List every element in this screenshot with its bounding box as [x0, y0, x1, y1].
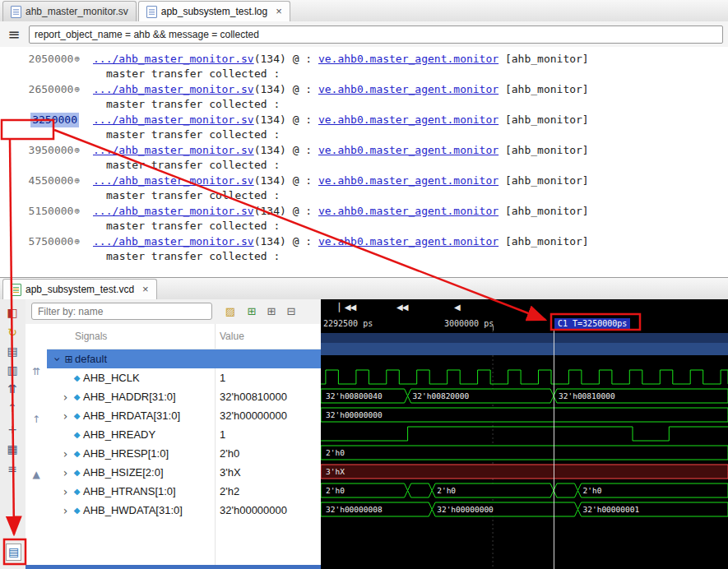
timestamp-value[interactable]: 5750000: [29, 234, 74, 249]
wave-row-AHB_HADDR[interactable]: 32'h0080004032'h0082000032'h00810000: [321, 389, 728, 403]
file-link[interactable]: .../ahb_master_monitor.sv: [93, 113, 254, 126]
expand-icon[interactable]: ⊕: [74, 82, 80, 97]
signal-row-ahb-hwdata[interactable]: › ◆ AHB_HWDATA[31:0] 32'h00000000: [47, 501, 321, 520]
wave-timeline[interactable]: 2292500 ps 3000000 ps C1 T=3250000ps: [321, 317, 728, 331]
scope-link[interactable]: ve.ahb0.master_agent.monitor: [318, 174, 498, 187]
file-link[interactable]: .../ahb_master_monitor.sv: [93, 53, 254, 65]
add-signal-icon[interactable]: ⊞: [244, 304, 259, 319]
timestamp-value[interactable]: 2050000: [29, 52, 74, 67]
timestamp-value-selected[interactable]: 3250000: [30, 113, 79, 127]
signal-row-ahb-hsize[interactable]: › ◆ AHB_HSIZE[2:0] 3'hX: [47, 463, 321, 482]
signal-value: 1: [220, 428, 225, 441]
go-to-start-icon[interactable]: ▏◀◀: [339, 303, 355, 312]
link-to-log-icon[interactable]: ▤: [6, 544, 21, 561]
timestamp-value[interactable]: 5150000: [29, 204, 74, 219]
signal-diamond-icon: ◆: [71, 506, 83, 515]
expand-icon[interactable]: ⊕: [74, 173, 80, 188]
tab-ahb-master-monitor-sv[interactable]: ahb_master_monitor.sv: [2, 1, 137, 21]
signal-row-ahb-htrans[interactable]: › ◆ AHB_HTRANS[1:0] 2'h2: [47, 482, 321, 501]
scrollbar-thumb[interactable]: [26, 565, 321, 569]
scroll-to-top-icon[interactable]: ⇈: [30, 365, 43, 378]
prev-edge-icon[interactable]: ◀: [454, 303, 460, 312]
wave-row-AHB_HRDATA[interactable]: 32'h00000000: [321, 408, 728, 422]
timestamp-value[interactable]: 4550000: [29, 173, 74, 188]
value-column-header[interactable]: Value: [220, 331, 244, 342]
expand-icon[interactable]: ⊕: [74, 204, 80, 219]
chevron-right-icon[interactable]: ›: [60, 409, 71, 423]
log-timestamp[interactable]: 4550000⊕: [0, 173, 80, 188]
log-timestamp[interactable]: 3250000: [0, 113, 80, 127]
expand-icon[interactable]: ⊕: [74, 143, 80, 158]
bus-value-label: 32'h00000000: [437, 505, 494, 514]
file-link[interactable]: .../ahb_master_monitor.sv: [93, 83, 254, 95]
waveform-canvas[interactable]: 32'h0080004032'h0082000032'h0081000032'h…: [321, 331, 728, 569]
log-message: .../ahb_master_monitor.sv(134) @ : ve.ah…: [93, 52, 589, 67]
log-filter-input[interactable]: [29, 25, 723, 44]
wave-row-AHB_HWDATA[interactable]: 32'h0000000832'h0000000032'h00000001: [321, 502, 728, 516]
file-link[interactable]: .../ahb_master_monitor.sv: [93, 205, 254, 217]
scope-link[interactable]: ve.ahb0.master_agent.monitor: [318, 53, 498, 65]
wave-row-AHB_HSIZE[interactable]: 3'hX: [321, 465, 728, 479]
log-timestamp[interactable]: 2050000⊕: [0, 52, 80, 67]
add-cursor-icon[interactable]: +: [4, 421, 21, 437]
log-message: .../ahb_master_monitor.sv(134) @ : ve.ah…: [93, 173, 589, 188]
scope-link[interactable]: ve.ahb0.master_agent.monitor: [318, 235, 498, 247]
scope-link[interactable]: ve.ahb0.master_agent.monitor: [318, 144, 498, 156]
scope-link[interactable]: ve.ahb0.master_agent.monitor: [318, 205, 498, 217]
properties-icon[interactable]: ≡: [4, 460, 21, 477]
wave-row-AHB_HCLK[interactable]: [321, 370, 728, 384]
close-tab-icon[interactable]: ×: [276, 7, 282, 16]
signals-column-header[interactable]: Signals: [75, 331, 107, 342]
log-timestamp[interactable]: 3950000⊕: [0, 143, 80, 158]
signal-filter-input[interactable]: [31, 303, 212, 320]
log-timestamp[interactable]: 2650000⊕: [0, 82, 80, 97]
move-up-icon[interactable]: ↑: [4, 400, 21, 416]
expand-icon[interactable]: ⊕: [74, 52, 80, 67]
signal-row-ahb-hresp[interactable]: › ◆ AHB_HRESP[1:0] 2'h0: [47, 444, 321, 463]
file-link[interactable]: .../ahb_master_monitor.sv: [93, 144, 254, 156]
wave-row-AHB_HTRANS[interactable]: 2'h02'h02'h0: [321, 483, 728, 497]
signal-row-ahb-hclk[interactable]: › ◆ AHB_HCLK 1: [47, 368, 321, 387]
file-link[interactable]: .../ahb_master_monitor.sv: [93, 174, 254, 187]
log-text: (134) @ :: [254, 83, 318, 95]
save-icon[interactable]: ▥: [4, 362, 21, 378]
prev-page-icon[interactable]: ◀◀: [396, 303, 407, 312]
signal-row-ahb-haddr[interactable]: › ◆ AHB_HADDR[31:0] 32'h00810000: [47, 387, 321, 406]
close-tab-icon[interactable]: ×: [142, 284, 149, 294]
expand-icon[interactable]: ⊕: [74, 234, 80, 249]
scope-link[interactable]: ve.ahb0.master_agent.monitor: [318, 83, 498, 95]
collapse-all-icon[interactable]: ⇈: [4, 381, 21, 397]
file-link[interactable]: .../ahb_master_monitor.sv: [93, 235, 254, 247]
horizontal-scrollbar[interactable]: [26, 565, 321, 569]
page-up-icon[interactable]: ▲: [30, 468, 43, 481]
chevron-right-icon[interactable]: ›: [60, 447, 71, 460]
print-icon[interactable]: ▦: [4, 441, 21, 457]
tab-apb-subsystem-test-log[interactable]: apb_subsystem_test.log ×: [138, 1, 290, 21]
collapse-all-icon[interactable]: ⊟: [284, 304, 299, 319]
wave-row-AHB_HRESP[interactable]: 2'h0: [321, 446, 728, 460]
open-file-icon[interactable]: ▤: [4, 343, 21, 359]
chevron-right-icon[interactable]: ›: [60, 485, 71, 498]
refresh-icon[interactable]: ↻: [4, 324, 21, 340]
signal-value: 32'h00810000: [220, 391, 287, 403]
scope-link[interactable]: ve.ahb0.master_agent.monitor: [318, 113, 498, 126]
signal-row-ahb-hrdata[interactable]: › ◆ AHB_HRDATA[31:0] 32'h00000000: [47, 406, 321, 425]
signal-row-ahb-hready[interactable]: › ◆ AHB_HREADY 1: [47, 425, 321, 444]
menu-icon[interactable]: ≡: [5, 25, 23, 43]
timestamp-value[interactable]: 2650000: [29, 82, 74, 97]
waveform-settings-icon[interactable]: ◧: [4, 304, 21, 321]
log-timestamp[interactable]: 5750000⊕: [0, 234, 80, 249]
timestamp-value[interactable]: 3950000: [29, 143, 74, 158]
chevron-right-icon[interactable]: ›: [60, 504, 71, 517]
log-timestamp[interactable]: 5150000⊕: [0, 204, 80, 219]
chevron-right-icon[interactable]: ›: [60, 466, 71, 479]
wave-row-AHB_HREADY[interactable]: [321, 427, 728, 441]
chevron-right-icon[interactable]: ›: [60, 391, 71, 404]
cursor-time-label[interactable]: C1 T=3250000ps: [554, 318, 630, 329]
signal-group-default[interactable]: › ⊞ default: [47, 349, 321, 368]
expand-all-icon[interactable]: ⊞: [264, 304, 279, 319]
tab-apb-subsystem-test-vcd[interactable]: apb_subsystem_test.vcd ×: [2, 279, 157, 299]
scroll-up-icon[interactable]: ↑: [30, 413, 43, 426]
chevron-down-icon[interactable]: ›: [51, 354, 64, 364]
clear-filter-icon[interactable]: ▨: [223, 304, 238, 319]
